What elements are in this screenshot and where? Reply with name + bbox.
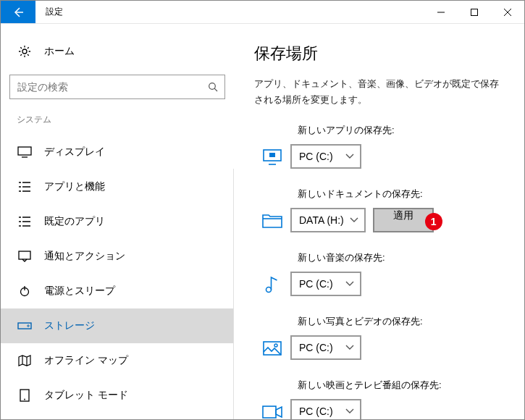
nav-label: ディスプレイ [44, 146, 105, 159]
minimize-button[interactable] [424, 1, 458, 23]
apps-location-icon [254, 148, 290, 165]
divider [233, 169, 234, 420]
music-location-combo[interactable]: PC (C:) [290, 272, 361, 296]
search-input[interactable] [16, 80, 207, 93]
close-button[interactable] [491, 1, 524, 23]
nav-label: タブレット モード [44, 389, 128, 402]
setting-photos: 新しい写真とビデオの保存先: PC (C:) [254, 315, 505, 360]
nav-item-storage[interactable]: ストレージ [1, 308, 234, 343]
window-title: 設定 [35, 1, 424, 23]
section-label: システム [1, 112, 234, 135]
svg-point-2 [209, 83, 216, 90]
nav-label: 既定のアプリ [44, 215, 105, 228]
svg-point-14 [274, 344, 277, 347]
photos-location-icon [254, 340, 290, 356]
page-description: アプリ、ドキュメント、音楽、画像、ビデオが既定で保存される場所を変更します。 [254, 76, 505, 108]
display-icon [17, 146, 33, 158]
svg-point-12 [266, 287, 272, 293]
svg-rect-11 [269, 153, 275, 157]
svg-rect-3 [18, 147, 31, 155]
setting-documents: 新しいドキュメントの保存先: DATA (H:) 適用 1 [254, 188, 505, 232]
svg-point-7 [28, 325, 29, 327]
svg-rect-4 [19, 251, 30, 259]
main-panel: 保存場所 アプリ、ドキュメント、音楽、画像、ビデオが既定で保存される場所を変更し… [234, 24, 524, 419]
photos-location-combo[interactable]: PC (C:) [290, 335, 361, 360]
svg-point-1 [22, 49, 27, 54]
movies-location-combo[interactable]: PC (C:) [290, 399, 361, 419]
setting-music: 新しい音楽の保存先: PC (C:) [254, 251, 505, 296]
back-button[interactable] [1, 1, 35, 23]
combo-value: PC (C:) [299, 151, 333, 162]
apps-location-combo[interactable]: PC (C:) [290, 144, 361, 169]
setting-label: 新しい映画とテレビ番組の保存先: [298, 379, 505, 392]
setting-label: 新しい音楽の保存先: [298, 251, 505, 264]
storage-icon [17, 322, 33, 330]
nav-item-apps[interactable]: アプリと機能 [1, 169, 234, 204]
map-icon [17, 355, 33, 366]
titlebar: 設定 [1, 1, 524, 24]
nav-label: ストレージ [44, 319, 95, 332]
chevron-down-icon [345, 154, 354, 159]
music-location-icon [254, 274, 290, 293]
nav-label: 通知とアクション [44, 250, 125, 263]
combo-value: PC (C:) [299, 278, 333, 290]
callout-badge: 1 [425, 213, 442, 230]
setting-apps: 新しいアプリの保存先: PC (C:) [254, 124, 505, 169]
apply-label: 適用 [393, 209, 413, 221]
nav-label: オフライン マップ [44, 354, 128, 367]
combo-value: PC (C:) [299, 406, 333, 417]
nav-label: アプリと機能 [44, 180, 105, 193]
nav-item-display[interactable]: ディスプレイ [1, 135, 234, 169]
home-nav[interactable]: ホーム [1, 38, 234, 64]
combo-value: PC (C:) [299, 342, 333, 353]
nav-item-notifications[interactable]: 通知とアクション [1, 239, 234, 274]
chevron-down-icon [345, 281, 354, 287]
combo-value: DATA (H:) [299, 214, 344, 226]
documents-location-combo[interactable]: DATA (H:) [290, 208, 366, 232]
chevron-down-icon [350, 217, 358, 223]
documents-location-icon [254, 211, 290, 229]
search-icon [207, 81, 219, 93]
page-title: 保存場所 [254, 43, 505, 64]
chevron-down-icon [345, 345, 354, 350]
power-icon [17, 285, 33, 297]
nav-item-tablet-mode[interactable]: タブレット モード [1, 378, 234, 413]
notifications-icon [17, 251, 33, 262]
nav-item-power[interactable]: 電源とスリープ [1, 274, 234, 308]
maximize-button[interactable] [458, 1, 491, 23]
home-label: ホーム [44, 45, 75, 58]
movies-location-icon [254, 404, 290, 419]
apps-icon [17, 181, 33, 193]
setting-label: 新しいドキュメントの保存先: [298, 188, 505, 201]
default-apps-icon [17, 216, 33, 227]
apply-button[interactable]: 適用 1 [373, 208, 434, 232]
sidebar: ホーム システム ディスプレイ アプリと機能 既定のアプリ 通知とアクション 電 [1, 24, 234, 419]
nav-label: 電源とスリープ [44, 285, 115, 298]
svg-rect-0 [471, 9, 478, 15]
svg-rect-15 [263, 406, 276, 418]
search-box[interactable] [9, 75, 225, 99]
setting-label: 新しい写真とビデオの保存先: [298, 315, 505, 328]
setting-label: 新しいアプリの保存先: [298, 124, 505, 137]
setting-movies: 新しい映画とテレビ番組の保存先: PC (C:) [254, 379, 505, 419]
nav-item-default-apps[interactable]: 既定のアプリ [1, 204, 234, 239]
chevron-down-icon [345, 408, 354, 414]
svg-point-9 [24, 399, 25, 400]
nav-item-offline-maps[interactable]: オフライン マップ [1, 343, 234, 378]
gear-icon [17, 45, 33, 58]
content: ホーム システム ディスプレイ アプリと機能 既定のアプリ 通知とアクション 電 [1, 24, 524, 419]
tablet-icon [17, 389, 33, 402]
